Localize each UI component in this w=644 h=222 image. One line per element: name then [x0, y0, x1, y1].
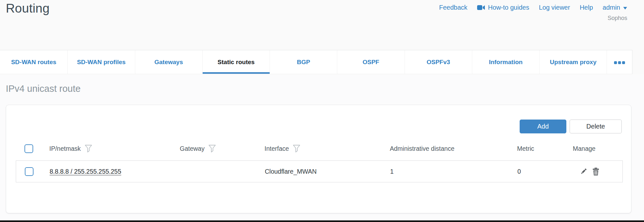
row-checkbox[interactable] [25, 167, 34, 176]
select-all-checkbox[interactable] [24, 144, 33, 153]
tab-label: Gateways [154, 59, 183, 66]
column-label: IP/netmask [49, 145, 81, 152]
section-heading: IPv4 unicast route [6, 83, 81, 94]
column-header-gateway: Gateway [180, 145, 264, 153]
column-label: Gateway [180, 145, 205, 152]
column-header-administrative-distance: Administrative distance [390, 145, 517, 152]
ellipsis-icon [614, 59, 625, 66]
column-label: Metric [517, 145, 534, 152]
delete-button[interactable]: Delete [570, 120, 622, 133]
tab-bar: SD-WAN routes SD-WAN profiles Gateways S… [0, 50, 632, 74]
caret-down-icon [623, 6, 627, 10]
interface-cell: Cloudflare_MWAN [265, 168, 390, 175]
feedback-link[interactable]: Feedback [439, 4, 467, 11]
log-viewer-label: Log viewer [539, 4, 570, 11]
column-header-ip-netmask: IP/netmask [49, 145, 180, 153]
funnel-icon[interactable] [208, 145, 216, 153]
ip-netmask-link[interactable]: 8.8.8.8 / 255.255.255.255 [50, 168, 121, 175]
content-area: IPv4 unicast route Add Delete IP/netmask… [0, 74, 644, 220]
tab-bgp[interactable]: BGP [270, 50, 337, 74]
column-label: Manage [573, 145, 595, 152]
how-to-guides-label: How-to guides [488, 4, 529, 11]
funnel-icon[interactable] [85, 145, 92, 153]
tab-upstream-proxy[interactable]: Upstream proxy [539, 50, 607, 74]
administrative-distance-cell: 1 [390, 168, 517, 175]
help-link[interactable]: Help [580, 4, 593, 11]
add-button[interactable]: Add [520, 120, 566, 133]
column-label: Administrative distance [390, 145, 455, 152]
tab-label: Information [489, 59, 523, 66]
column-header-manage: Manage [573, 145, 623, 152]
routes-panel: Add Delete IP/netmask Gateway [6, 105, 631, 213]
user-label: admin [603, 4, 620, 11]
tab-label: Upstream proxy [550, 59, 597, 66]
tab-label: Static routes [217, 59, 255, 66]
log-viewer-link[interactable]: Log viewer [539, 4, 570, 11]
how-to-guides-link[interactable]: How-to guides [477, 4, 529, 11]
panel-toolbar: Add Delete [520, 120, 622, 133]
brand-label: Sophos [608, 15, 627, 22]
tab-ospf[interactable]: OSPF [337, 50, 404, 74]
trash-icon[interactable] [592, 168, 600, 176]
page-title: Routing [6, 1, 50, 15]
bottom-edge-strip [0, 220, 644, 222]
tab-static-routes[interactable]: Static routes [202, 50, 270, 74]
tab-label: BGP [297, 59, 310, 66]
tab-ospfv3[interactable]: OSPFv3 [405, 50, 472, 74]
table-row: 8.8.8.8 / 255.255.255.255 Cloudflare_MWA… [16, 160, 623, 182]
tab-label: OSPF [363, 59, 380, 66]
tab-label: SD-WAN routes [11, 59, 56, 66]
tab-sd-wan-routes[interactable]: SD-WAN routes [0, 50, 67, 74]
active-tab-underline [203, 72, 270, 74]
manage-cell [573, 168, 622, 176]
funnel-icon[interactable] [293, 145, 300, 153]
tab-label: SD-WAN profiles [77, 59, 126, 66]
table-header: IP/netmask Gateway Interface [16, 140, 623, 157]
user-menu[interactable]: admin [603, 4, 627, 11]
column-header-metric: Metric [517, 145, 573, 152]
feedback-label: Feedback [439, 4, 467, 11]
tab-label: OSPFv3 [427, 59, 450, 66]
top-nav: Feedback How-to guides Log viewer Help a… [439, 4, 627, 11]
tab-information[interactable]: Information [472, 50, 539, 74]
tab-sd-wan-profiles[interactable]: SD-WAN profiles [67, 50, 135, 74]
column-label: Interface [264, 145, 289, 152]
tab-gateways[interactable]: Gateways [135, 50, 202, 74]
help-label: Help [580, 4, 593, 11]
metric-cell: 0 [517, 168, 573, 175]
tab-more-button[interactable] [607, 50, 632, 74]
pencil-icon[interactable] [580, 168, 587, 175]
videocam-icon [477, 5, 485, 10]
column-header-interface: Interface [264, 145, 390, 153]
page-header: Routing Feedback How-to guides Log viewe… [0, 0, 644, 50]
